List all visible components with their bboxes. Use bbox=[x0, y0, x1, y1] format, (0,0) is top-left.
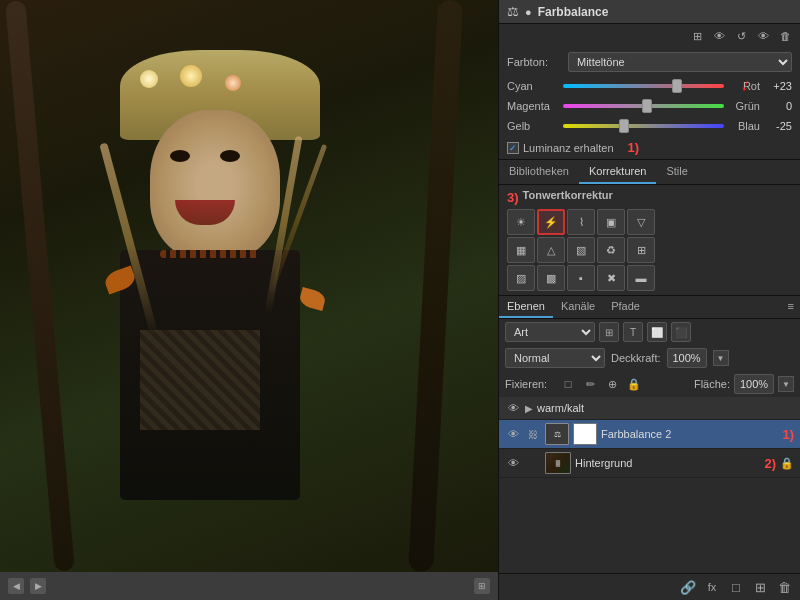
panel-eye-icon: ● bbox=[525, 6, 532, 18]
fix-icon-move[interactable]: ⊕ bbox=[603, 375, 621, 393]
corr-icon-photofilter[interactable]: ♻ bbox=[597, 237, 625, 263]
corr-icon-hsl[interactable]: ▦ bbox=[507, 237, 535, 263]
hintergrund-name: Hintergrund bbox=[575, 457, 760, 469]
corr-icon-gradientmap[interactable]: ▬ bbox=[627, 265, 655, 291]
blend-mode-select[interactable]: Normal bbox=[505, 348, 605, 368]
cyan-label: Cyan bbox=[507, 80, 559, 92]
farbton-select[interactable]: Mitteltöne bbox=[568, 52, 792, 72]
corr-icon-posterize[interactable]: ▪ bbox=[567, 265, 595, 291]
deckkraft-label: Deckkraft: bbox=[611, 352, 661, 364]
layers-link-btn[interactable]: 🔗 bbox=[678, 577, 698, 597]
gruen-label: Grün bbox=[728, 100, 760, 112]
panel-title: Farbbalance bbox=[538, 5, 609, 19]
panel-icon-view[interactable]: 👁 bbox=[754, 27, 772, 45]
right-panel: ⚖ ● Farbbalance ⊞ 👁 ↺ 👁 🗑 Farbton: Mitte… bbox=[498, 0, 800, 600]
magenta-gruen-slider[interactable] bbox=[563, 99, 724, 113]
corr-icon-channel-mixer[interactable]: ⊞ bbox=[627, 237, 655, 263]
rot-value: +23 bbox=[764, 80, 792, 92]
hintergrund-visibility[interactable]: 👁 bbox=[505, 455, 521, 471]
corr-icon-threshold[interactable]: ✖ bbox=[597, 265, 625, 291]
layers-icon-2[interactable]: T bbox=[623, 322, 643, 342]
farbbalance2-mask-thumb[interactable] bbox=[573, 423, 597, 445]
tab-stile[interactable]: Stile bbox=[656, 160, 697, 184]
bottom-icon-1[interactable]: ◀ bbox=[8, 578, 24, 594]
zoom-level[interactable]: ⊞ bbox=[474, 578, 490, 594]
hintergrund-thumb[interactable]: ▓ bbox=[545, 452, 571, 474]
hintergrund-spacer bbox=[525, 455, 541, 471]
layers-icon-4[interactable]: ⬛ bbox=[671, 322, 691, 342]
panel-icon-delete[interactable]: 🗑 bbox=[776, 27, 794, 45]
farbbalance2-adjustment-thumb: ⚖ bbox=[545, 423, 569, 445]
gelb-blau-row: Gelb Blau -25 bbox=[499, 116, 800, 136]
blend-mode-row: Normal Deckkraft: ▼ bbox=[499, 345, 800, 371]
magenta-gruen-thumb[interactable] bbox=[642, 99, 652, 113]
deckkraft-input[interactable] bbox=[667, 348, 707, 368]
luminanz-row: ✓ Luminanz erhalten 1) bbox=[499, 136, 800, 159]
layer-farbbalance-2[interactable]: 👁 ⛓ ⚖ Farbbalance 2 1) bbox=[499, 420, 800, 449]
gelb-blau-slider[interactable] bbox=[563, 119, 724, 133]
layers-mask-btn[interactable]: □ bbox=[726, 577, 746, 597]
layers-bottom-toolbar: 🔗 fx □ ⊞ 🗑 bbox=[499, 573, 800, 600]
layer-hintergrund[interactable]: 👁 ▓ Hintergrund 2) 🔒 bbox=[499, 449, 800, 478]
layers-add-btn[interactable]: ⊞ bbox=[750, 577, 770, 597]
luminanz-label: Luminanz erhalten bbox=[523, 142, 614, 154]
corr-icon-curves[interactable]: ⌇ bbox=[567, 209, 595, 235]
corr-icon-row-1: ☀ ⚡ ⌇ ▣ ▽ bbox=[507, 209, 792, 235]
art-select[interactable]: Art bbox=[505, 322, 595, 342]
hintergrund-lock-icon: 🔒 bbox=[780, 457, 794, 470]
layer-group-warm-kalt[interactable]: 👁 ▶ warm/kalt bbox=[499, 397, 800, 420]
group-name: warm/kalt bbox=[537, 402, 794, 414]
correction-icons: ☀ ⚡ ⌇ ▣ ▽ ▦ △ ▧ ♻ ⊞ ▨ ▩ ▪ ✖ ▬ bbox=[507, 209, 792, 291]
cyan-rot-thumb[interactable] bbox=[672, 79, 682, 93]
corr-icon-exposure[interactable]: ▣ bbox=[597, 209, 625, 235]
layers-icon-1[interactable]: ⊞ bbox=[599, 322, 619, 342]
corr-icon-invert[interactable]: ▩ bbox=[537, 265, 565, 291]
layer-list: 👁 ▶ warm/kalt 👁 ⛓ ⚖ Farbbalance 2 1) 👁 ▓ bbox=[499, 397, 800, 573]
deckkraft-arrow[interactable]: ▼ bbox=[713, 350, 729, 366]
layers-delete-btn[interactable]: 🗑 bbox=[774, 577, 794, 597]
fix-icon-brush[interactable]: ✏ bbox=[581, 375, 599, 393]
corr-icon-brightness[interactable]: ☀ bbox=[507, 209, 535, 235]
layers-fx-btn[interactable]: fx bbox=[702, 577, 722, 597]
farbbalance2-link[interactable]: ⛓ bbox=[525, 426, 541, 442]
fix-icon-lock[interactable]: 🔒 bbox=[625, 375, 643, 393]
layers-icon-3[interactable]: ⬜ bbox=[647, 322, 667, 342]
corr-icon-levels[interactable]: ⚡ bbox=[537, 209, 565, 235]
main-tabs: Bibliotheken Korrekturen Stile bbox=[499, 160, 800, 185]
korrekturen-title: Tonwertkorrektur bbox=[523, 189, 613, 201]
fix-icon-rect[interactable]: □ bbox=[559, 375, 577, 393]
bottom-icon-2[interactable]: ▶ bbox=[30, 578, 46, 594]
fixieren-row: Fixieren: □ ✏ ⊕ 🔒 Fläche: ▼ bbox=[499, 371, 800, 397]
main-photo bbox=[0, 0, 498, 572]
flaeche-label: Fläche: bbox=[694, 378, 730, 390]
panel-icon-reset[interactable]: ↺ bbox=[732, 27, 750, 45]
magenta-label: Magenta bbox=[507, 100, 559, 112]
ebenen-tab-kanaele[interactable]: Kanäle bbox=[553, 296, 603, 318]
ebenen-tab-pfade[interactable]: Pfade bbox=[603, 296, 648, 318]
ebenen-panel-menu[interactable]: ≡ bbox=[782, 296, 800, 318]
corr-icon-vibrance[interactable]: ▽ bbox=[627, 209, 655, 235]
korrekturen-section: 3) Tonwertkorrektur ☀ ⚡ ⌇ ▣ ▽ ▦ △ ▧ ♻ ⊞ bbox=[499, 185, 800, 295]
gelb-label: Gelb bbox=[507, 120, 559, 132]
tab-bibliotheken[interactable]: Bibliotheken bbox=[499, 160, 579, 184]
panel-icon-eye[interactable]: 👁 bbox=[710, 27, 728, 45]
farbbalance2-visibility[interactable]: 👁 bbox=[505, 426, 521, 442]
corr-icon-colorbalance[interactable]: △ bbox=[537, 237, 565, 263]
tab-korrekturen[interactable]: Korrekturen bbox=[579, 160, 656, 184]
luminanz-checkbox[interactable]: ✓ bbox=[507, 142, 519, 154]
flaeche-input[interactable] bbox=[734, 374, 774, 394]
ebenen-tabs: Ebenen Kanäle Pfade ≡ bbox=[499, 295, 800, 319]
farbton-label: Farbton: bbox=[507, 56, 562, 68]
group-arrow[interactable]: ▶ bbox=[525, 403, 533, 414]
group-visibility-toggle[interactable]: 👁 bbox=[505, 400, 521, 416]
bottom-toolbar: ◀ ▶ ⊞ bbox=[0, 572, 498, 600]
corr-icon-colorlookup[interactable]: ▨ bbox=[507, 265, 535, 291]
luminanz-checkbox-label[interactable]: ✓ Luminanz erhalten bbox=[507, 142, 614, 154]
farbbalance-panel: ⚖ ● Farbbalance ⊞ 👁 ↺ 👁 🗑 Farbton: Mitte… bbox=[499, 0, 800, 160]
flaeche-arrow[interactable]: ▼ bbox=[778, 376, 794, 392]
ebenen-tab-ebenen[interactable]: Ebenen bbox=[499, 296, 553, 318]
corr-icon-bw[interactable]: ▧ bbox=[567, 237, 595, 263]
panel-icon-layers[interactable]: ⊞ bbox=[688, 27, 706, 45]
gelb-blau-thumb[interactable] bbox=[619, 119, 629, 133]
cyan-rot-slider[interactable] bbox=[563, 79, 724, 93]
